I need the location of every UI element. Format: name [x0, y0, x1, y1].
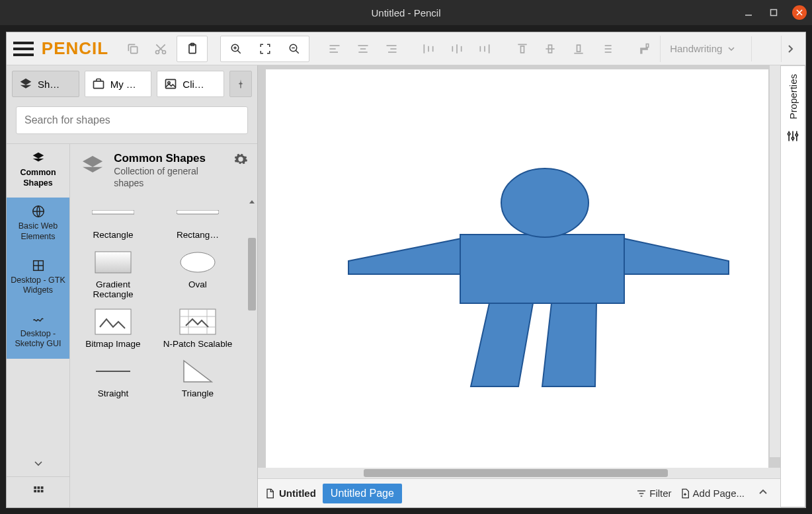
window-title: Untitled - Pencil — [371, 7, 440, 18]
app-brand: PENCIL — [42, 38, 108, 59]
list-button[interactable] — [594, 36, 619, 61]
close-button[interactable] — [792, 5, 807, 20]
category-basic-web[interactable]: Basic Web Elements — [7, 198, 69, 251]
canvas-shape-body[interactable] — [460, 235, 624, 303]
category-grid-button[interactable] — [7, 476, 69, 507]
search-input[interactable] — [16, 106, 248, 134]
shape-gradient-rect[interactable]: Gradient Rectangle — [77, 249, 149, 299]
shapes-scrollbar[interactable] — [247, 197, 257, 507]
dist-h-right-button[interactable] — [473, 36, 497, 61]
cut-button[interactable] — [149, 36, 173, 61]
properties-toggle-button[interactable] — [786, 129, 799, 145]
shape-bitmap-image[interactable]: Bitmap Image — [77, 309, 149, 349]
svg-rect-60 — [177, 210, 219, 214]
svg-rect-64 — [180, 309, 216, 334]
layers-icon — [30, 151, 47, 165]
category-label: Desktop - Sketchy GUI — [15, 329, 61, 349]
tab-shapes[interactable]: Sh… — [12, 71, 79, 97]
svg-point-79 — [792, 137, 793, 139]
shape-straight[interactable]: Straight — [77, 358, 149, 398]
menu-button[interactable] — [13, 38, 34, 59]
add-page-button[interactable]: Add Page... — [680, 488, 745, 499]
svg-rect-57 — [37, 490, 40, 493]
filter-icon — [636, 488, 647, 499]
collection-settings-button[interactable] — [233, 152, 248, 169]
canvas-shape-arm-right[interactable] — [621, 238, 729, 274]
sliders-icon — [786, 129, 799, 143]
zoom-out-button[interactable] — [280, 36, 309, 61]
paste-button[interactable] — [177, 36, 206, 61]
maximize-button[interactable] — [767, 6, 780, 19]
chevron-down-icon — [727, 45, 735, 53]
main-area: Sh… My … Cli… — [7, 65, 805, 507]
canvas-scrollbar-v[interactable] — [770, 65, 780, 457]
valign-middle-button[interactable] — [538, 36, 563, 61]
category-common-shapes[interactable]: Common Shapes — [7, 144, 69, 198]
toolbar-overflow-button[interactable] — [781, 36, 799, 62]
copy-button[interactable] — [120, 36, 145, 61]
pin-button[interactable] — [229, 71, 252, 97]
tab-clipart[interactable]: Cli… — [157, 71, 224, 97]
font-selector[interactable]: Handwriting — [660, 36, 745, 62]
window-titlebar: Untitled - Pencil — [0, 0, 812, 25]
dist-h-center-button[interactable] — [444, 36, 469, 61]
add-page-label: Add Page... — [693, 488, 745, 499]
canvas-shape-leg-left[interactable] — [471, 303, 533, 386]
svg-rect-53 — [34, 486, 36, 489]
zoom-fit-button[interactable] — [251, 36, 280, 61]
svg-rect-39 — [577, 45, 580, 52]
shape-oval[interactable]: Oval — [161, 249, 234, 299]
tab-my[interactable]: My … — [85, 71, 152, 97]
gear-icon — [233, 152, 248, 166]
briefcase-icon — [92, 77, 105, 91]
pin-icon — [235, 79, 246, 89]
svg-line-10 — [237, 50, 241, 54]
category-gtk[interactable]: Desktop - GTK Widgets — [7, 252, 69, 305]
globe-icon — [31, 204, 46, 219]
font-name: Handwriting — [670, 43, 722, 54]
image-icon — [164, 77, 177, 91]
canvas-scrollbar-h[interactable] — [258, 468, 780, 478]
svg-point-80 — [795, 134, 797, 136]
category-sketchy[interactable]: Desktop - Sketchy GUI — [7, 305, 69, 359]
canvas[interactable] — [266, 69, 768, 468]
panel-tabs: Sh… My … Cli… — [7, 65, 257, 102]
canvas-shape-head[interactable] — [501, 168, 589, 237]
sidebar: Sh… My … Cli… — [7, 65, 258, 507]
document-tab[interactable]: Untitled — [264, 488, 316, 499]
shape-npatch[interactable]: N-Patch Scalable — [161, 309, 234, 349]
shape-rectangle[interactable]: Rectangle — [77, 200, 149, 240]
align-left-button[interactable] — [323, 36, 347, 61]
valign-bottom-button[interactable] — [567, 36, 591, 61]
align-center-button[interactable] — [351, 36, 376, 61]
category-expand-button[interactable] — [7, 453, 69, 476]
shape-triangle[interactable]: Triangle — [161, 358, 234, 398]
chevron-down-icon — [33, 458, 44, 468]
page-tab[interactable]: Untitled Page — [323, 484, 402, 503]
format-paint-button[interactable] — [632, 36, 657, 61]
svg-rect-56 — [34, 490, 36, 493]
apps-icon — [32, 485, 44, 497]
expand-pages-button[interactable] — [752, 484, 774, 502]
canvas-shape-arm-left[interactable] — [348, 238, 464, 274]
properties-panel[interactable]: Properties — [780, 65, 805, 507]
valign-top-button[interactable] — [510, 36, 534, 61]
dist-h-left-button[interactable] — [417, 36, 441, 61]
canvas-viewport[interactable] — [258, 65, 780, 468]
svg-point-5 — [156, 50, 159, 54]
shape-search — [16, 106, 248, 134]
align-right-button[interactable] — [379, 36, 403, 61]
filter-button[interactable]: Filter — [636, 488, 671, 499]
grid-icon — [31, 258, 46, 273]
zoom-in-button[interactable] — [221, 36, 250, 61]
shape-rounded-rectangle[interactable]: Rectang… — [161, 200, 234, 240]
canvas-shape-leg-right[interactable] — [542, 303, 596, 386]
minimize-button[interactable] — [742, 6, 755, 19]
layers-icon — [19, 77, 32, 91]
svg-rect-61 — [95, 252, 131, 273]
font-size-input[interactable] — [751, 36, 777, 61]
svg-rect-47 — [166, 79, 176, 88]
category-label: Desktop - GTK Widgets — [11, 275, 65, 295]
document-name: Untitled — [279, 488, 316, 499]
toolbar: PENCIL — [7, 32, 805, 65]
